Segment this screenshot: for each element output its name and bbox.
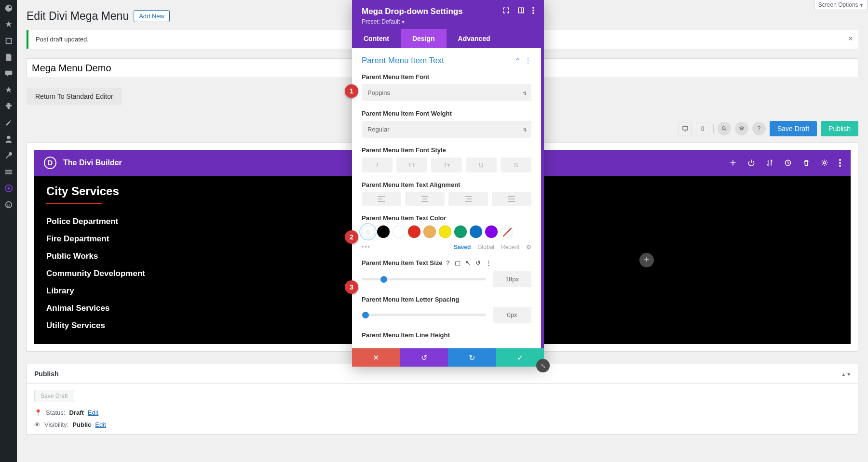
color-swatch-current[interactable] xyxy=(362,225,374,238)
kebab-icon[interactable]: ⋮ xyxy=(486,259,492,266)
color-settings-icon[interactable]: ⚙ xyxy=(526,244,531,251)
sidebar-appearance-icon[interactable] xyxy=(0,115,17,131)
size-field: Parent Menu Item Text Size ? ▢ ↖ ↺ ⋮ xyxy=(362,259,531,287)
chevron-down-icon[interactable]: ▾ xyxy=(847,370,851,378)
svg-rect-22 xyxy=(465,196,472,197)
device-mobile-icon[interactable] xyxy=(696,122,709,135)
svg-text:D: D xyxy=(7,203,10,208)
sidebar-pin-icon[interactable] xyxy=(0,16,17,33)
align-left-button[interactable] xyxy=(362,192,401,206)
color-tab-recent[interactable]: Recent xyxy=(501,244,519,251)
fullscreen-icon[interactable] xyxy=(502,7,510,14)
add-icon[interactable] xyxy=(729,159,737,167)
sidebar-plugins-icon[interactable] xyxy=(0,98,17,115)
layers-icon[interactable] xyxy=(735,122,748,135)
smallcaps-button[interactable]: TT xyxy=(431,158,462,172)
tab-advanced[interactable]: Advanced xyxy=(447,29,502,48)
spacing-slider[interactable] xyxy=(362,314,486,316)
redo-button[interactable]: ↻ xyxy=(448,348,496,367)
chevron-up-icon[interactable]: ⌃ xyxy=(515,57,521,65)
sidebar-divi-icon[interactable] xyxy=(0,180,17,197)
color-tab-saved[interactable]: Saved xyxy=(454,244,471,251)
color-swatches xyxy=(362,225,531,238)
settings-panel: Mega Drop-down Settings Preset: Default … xyxy=(352,0,544,367)
hover-icon[interactable]: ↖ xyxy=(465,259,471,266)
device-desktop-icon[interactable] xyxy=(678,122,692,135)
help-icon[interactable]: ? xyxy=(446,259,449,266)
kebab-icon[interactable]: ⋮ xyxy=(525,57,531,65)
color-swatch[interactable] xyxy=(408,225,420,238)
power-icon[interactable] xyxy=(747,159,755,167)
history-icon[interactable] xyxy=(784,159,792,167)
strikethrough-button[interactable]: S xyxy=(501,158,531,172)
kebab-icon[interactable] xyxy=(839,159,841,167)
color-more-icon[interactable]: ••• xyxy=(362,244,371,251)
color-swatch[interactable] xyxy=(485,225,498,238)
spacing-input[interactable] xyxy=(493,307,531,323)
italic-button[interactable]: I xyxy=(362,158,393,172)
resize-handle-icon[interactable]: ⤡ xyxy=(536,359,550,372)
align-center-button[interactable] xyxy=(405,192,445,206)
color-swatch[interactable] xyxy=(454,225,467,238)
svg-rect-27 xyxy=(508,201,515,202)
sidebar-comments-icon[interactable] xyxy=(0,66,17,82)
trash-icon[interactable] xyxy=(802,159,810,167)
underline-button[interactable]: U xyxy=(466,158,497,172)
style-field: Parent Menu Item Font Style I TT TT U S xyxy=(362,146,531,172)
svg-point-13 xyxy=(532,7,534,9)
kebab-icon[interactable] xyxy=(532,7,534,14)
swap-icon[interactable] xyxy=(766,159,773,167)
color-swatch-none[interactable] xyxy=(501,225,513,238)
sidebar-settings-icon[interactable] xyxy=(0,164,17,180)
section-title[interactable]: Parent Menu Item Text ⌃ ⋮ xyxy=(362,56,531,66)
size-input[interactable] xyxy=(493,271,531,287)
svg-point-6 xyxy=(722,127,725,130)
cancel-button[interactable]: ✕ xyxy=(352,348,400,367)
align-right-button[interactable] xyxy=(448,192,488,206)
color-swatch[interactable] xyxy=(423,225,436,238)
sidebar-pin2-icon[interactable] xyxy=(0,82,17,98)
divi-logo-icon: D xyxy=(44,157,56,169)
svg-rect-5 xyxy=(702,127,704,131)
reset-icon[interactable]: ↺ xyxy=(475,259,481,266)
gear-icon[interactable] xyxy=(821,159,828,167)
notice-dismiss-icon[interactable]: ✕ xyxy=(848,35,854,42)
undo-button[interactable]: ↺ xyxy=(400,348,448,367)
edit-status-link[interactable]: Edit xyxy=(88,409,98,416)
save-draft-minor-button[interactable]: Save Draft xyxy=(34,390,74,402)
sidebar-pages-icon[interactable] xyxy=(0,49,17,66)
sidebar-media-icon[interactable] xyxy=(0,33,17,49)
color-swatch[interactable] xyxy=(393,225,405,238)
settings-preset[interactable]: Preset: Default ▾ xyxy=(362,18,463,25)
color-swatch[interactable] xyxy=(439,225,451,238)
color-tab-global[interactable]: Global xyxy=(477,244,494,251)
add-new-button[interactable]: Add New xyxy=(134,10,170,22)
align-justify-button[interactable] xyxy=(492,192,531,206)
add-module-icon[interactable]: + xyxy=(639,253,654,267)
help-icon[interactable]: ? xyxy=(752,122,766,135)
publish-metabox-title: Publish xyxy=(34,370,59,378)
sidebar-tools-icon[interactable] xyxy=(0,147,17,164)
font-select[interactable]: Poppins xyxy=(362,84,531,101)
color-swatch[interactable] xyxy=(470,225,482,238)
device-icon[interactable]: ▢ xyxy=(455,259,461,266)
screen-options-toggle[interactable]: Screen Options xyxy=(814,0,868,10)
uppercase-button[interactable]: TT xyxy=(396,158,427,172)
tab-content[interactable]: Content xyxy=(352,29,401,48)
edit-visibility-link[interactable]: Edit xyxy=(95,421,106,428)
tab-design[interactable]: Design xyxy=(401,29,447,48)
search-icon[interactable] xyxy=(718,122,731,135)
chevron-up-icon[interactable]: ▴ xyxy=(842,370,845,378)
sidebar-dashboard-icon[interactable] xyxy=(0,0,17,16)
weight-select[interactable]: Regular xyxy=(362,121,531,138)
return-standard-editor-button[interactable]: Return To Standard Editor xyxy=(27,88,122,105)
save-draft-button[interactable]: Save Draft xyxy=(770,121,817,136)
publish-button[interactable]: Publish xyxy=(821,121,858,136)
annotation-badge-2: 2 xyxy=(345,230,358,244)
color-swatch[interactable] xyxy=(377,225,390,238)
size-slider[interactable] xyxy=(362,278,486,280)
sidebar-divi2-icon[interactable]: D xyxy=(0,197,17,213)
svg-rect-26 xyxy=(508,198,515,199)
dock-icon[interactable] xyxy=(517,7,525,14)
sidebar-users-icon[interactable] xyxy=(0,131,17,147)
